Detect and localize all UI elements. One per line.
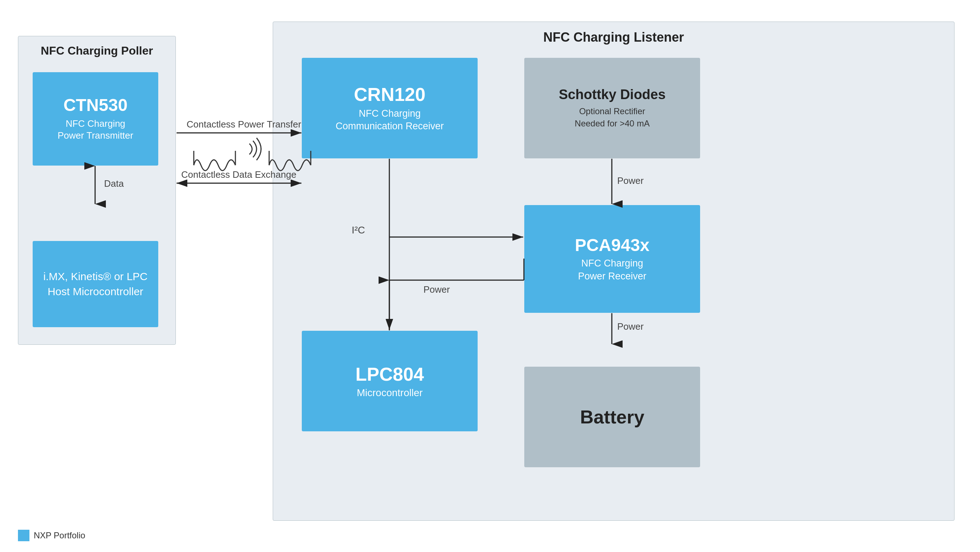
crn120-box: CRN120 NFC ChargingCommunication Receive… bbox=[302, 58, 477, 158]
crn120-subtitle: NFC ChargingCommunication Receiver bbox=[336, 107, 444, 132]
schottky-subtitle: Optional RectifierNeeded for >40 mA bbox=[575, 105, 650, 129]
legend: NXP Portfolio bbox=[18, 530, 85, 541]
listener-outer-box: NFC Charging Listener CRN120 NFC Chargin… bbox=[273, 22, 955, 521]
battery-box: Battery bbox=[524, 367, 700, 467]
ctn530-subtitle: NFC ChargingPower Transmitter bbox=[58, 118, 134, 142]
poller-outer-box: NFC Charging Poller CTN530 NFC ChargingP… bbox=[18, 36, 176, 345]
battery-name: Battery bbox=[580, 406, 644, 428]
lpc804-box: LPC804 Microcontroller bbox=[302, 331, 477, 431]
pca-name: PCA943x bbox=[575, 235, 649, 255]
ctn530-name: CTN530 bbox=[64, 96, 128, 115]
diagram-container: NFC Charging Poller CTN530 NFC ChargingP… bbox=[0, 0, 980, 552]
schottky-box: Schottky Diodes Optional RectifierNeeded… bbox=[524, 58, 700, 158]
poller-title: NFC Charging Poller bbox=[18, 44, 175, 57]
ctn530-box: CTN530 NFC ChargingPower Transmitter bbox=[33, 72, 158, 166]
pca-subtitle: NFC ChargingPower Receiver bbox=[578, 257, 647, 282]
listener-title: NFC Charging Listener bbox=[273, 30, 954, 45]
crn120-name: CRN120 bbox=[354, 84, 425, 105]
lpc804-subtitle: Microcontroller bbox=[357, 387, 423, 399]
pca-box: PCA943x NFC ChargingPower Receiver bbox=[524, 205, 700, 313]
legend-color-box bbox=[18, 530, 29, 541]
schottky-name: Schottky Diodes bbox=[559, 87, 666, 102]
host-mcu-box: i.MX, Kinetis® or LPCHost Microcontrolle… bbox=[33, 241, 158, 327]
host-mcu-name: i.MX, Kinetis® or LPCHost Microcontrolle… bbox=[43, 269, 148, 299]
lpc804-name: LPC804 bbox=[356, 364, 424, 385]
legend-label: NXP Portfolio bbox=[34, 530, 85, 541]
